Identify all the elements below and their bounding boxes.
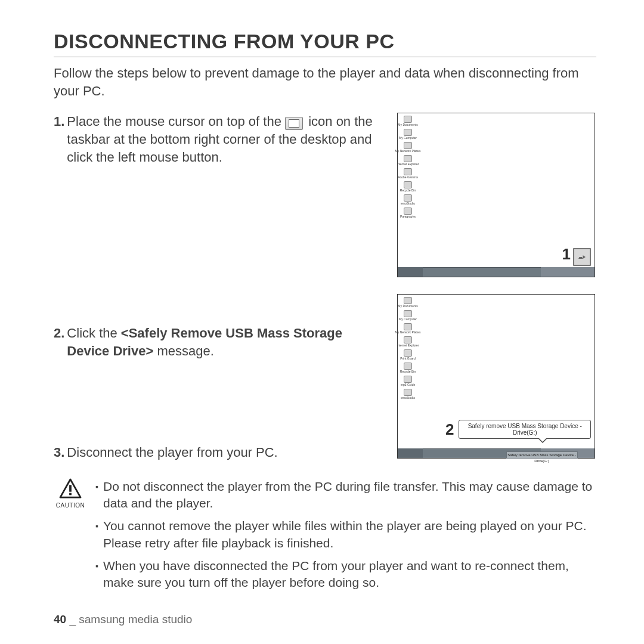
desktop-icon: emoStudio	[400, 389, 416, 400]
caution-icon	[59, 478, 82, 499]
desktop-icon: Paragraphs	[400, 208, 416, 218]
safely-remove-tooltip: Safely remove USB Mass Storage Device - …	[459, 420, 591, 439]
callout-1-number: 1	[562, 245, 571, 264]
desktop-icon: My Network Places	[400, 323, 416, 334]
step-3-number: 3.	[54, 444, 64, 462]
bullet-icon: ▪	[95, 478, 98, 512]
screenshot-1: My DocumentsMy ComputerMy Network Places…	[397, 113, 595, 277]
footer-section: samsung media studio	[79, 613, 192, 626]
callout-2-number: 2	[445, 420, 454, 439]
step-3-text: Disconnect the player from your PC.	[67, 444, 277, 462]
desktop-icon: Recycle Bin	[400, 181, 416, 192]
footer-sep: _	[66, 613, 79, 626]
tray-safely-remove-icon	[573, 248, 591, 266]
bullet-icon: ▪	[95, 518, 98, 552]
desktop-icon: My Documents	[400, 116, 416, 126]
page-number: 40	[54, 613, 66, 626]
page-footer: 40 _ samsung media studio	[54, 613, 192, 626]
intro-text: Follow the steps below to prevent damage…	[54, 64, 596, 100]
desktop-icon: Print Guard	[400, 349, 416, 360]
svg-rect-1	[69, 493, 72, 495]
step-1-text-a: Place the mouse cursor on top of the	[67, 114, 281, 129]
taskbar-safely-remove-button: Safely remove USB Mass Storage Device - …	[506, 451, 578, 459]
step-3: 3. Disconnect the player from your PC.	[54, 444, 382, 462]
desktop-icon: Internet Explorer	[400, 155, 416, 166]
page-title: DISCONNECTING FROM YOUR PC	[54, 30, 596, 57]
desktop-icons-2: My DocumentsMy ComputerMy Network Places…	[400, 297, 416, 400]
start-button-1	[398, 267, 423, 277]
system-tray-1	[541, 267, 595, 277]
step-1-number: 1.	[54, 113, 64, 166]
safely-remove-hardware-icon	[285, 117, 303, 130]
desktop-icon: mp3 Guide	[400, 376, 416, 386]
callout-2: 2 Safely remove USB Mass Storage Device …	[445, 420, 591, 439]
desktop-icon: My Network Places	[400, 142, 416, 153]
step-2-post: message.	[153, 343, 214, 358]
desktop-icons-1: My DocumentsMy ComputerMy Network Places…	[400, 116, 416, 218]
svg-rect-0	[69, 485, 72, 491]
step-2-number: 2.	[54, 324, 64, 360]
caution-item: ▪When you have disconnected the PC from …	[95, 558, 596, 592]
desktop-icon: My Computer	[400, 129, 416, 140]
caution-item-text: When you have disconnected the PC from y…	[103, 558, 596, 592]
caution-item: ▪You cannot remove the player while file…	[95, 518, 596, 552]
desktop-icon: Recycle Bin	[400, 363, 416, 373]
start-button-2	[398, 448, 423, 458]
desktop-icon: My Computer	[400, 310, 416, 321]
caution-block: CAUTION ▪Do not disconnect the player fr…	[54, 478, 596, 597]
caution-item-text: You cannot remove the player while files…	[103, 518, 596, 552]
step-1: 1. Place the mouse cursor on top of the …	[54, 113, 382, 166]
desktop-icon: Adobe Gamma	[400, 168, 416, 179]
step-2: 2. Click the <Safely Remove USB Mass Sto…	[54, 324, 382, 360]
caution-label: CAUTION	[54, 502, 87, 509]
caution-item-text: Do not disconnect the player from the PC…	[103, 478, 596, 512]
bullet-icon: ▪	[95, 558, 98, 592]
desktop-icon: My Documents	[400, 297, 416, 308]
screenshot-2: My DocumentsMy ComputerMy Network Places…	[397, 294, 595, 459]
caution-item: ▪Do not disconnect the player from the P…	[95, 478, 596, 512]
desktop-icon: Internet Explorer	[400, 336, 416, 347]
step-2-pre: Click the	[67, 326, 120, 340]
desktop-icon: emoStudio	[400, 194, 416, 205]
